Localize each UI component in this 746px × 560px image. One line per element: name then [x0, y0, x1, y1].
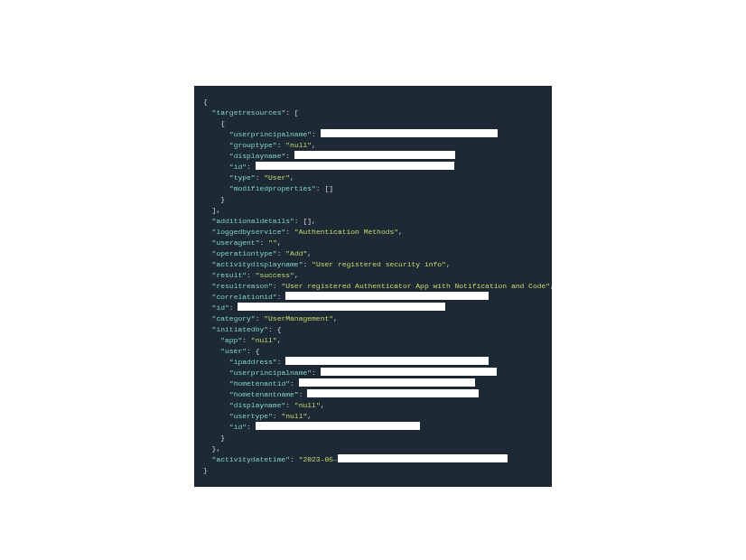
code-line: "ipaddress":	[203, 357, 543, 368]
code-line: {	[203, 97, 543, 107]
code-line: "userprincipalname":	[203, 368, 543, 378]
code-line: "id":	[203, 422, 543, 433]
code-line: "activitydisplayname": "User registered …	[203, 259, 543, 270]
code-line: {	[203, 118, 543, 129]
code-line: "correlationid":	[203, 292, 543, 303]
code-line: "useragent": "",	[203, 238, 543, 248]
code-line: },	[203, 443, 543, 454]
redacted-value	[294, 151, 455, 159]
redacted-value	[256, 422, 420, 430]
redacted-value	[321, 368, 497, 376]
code-line: "usertype": "null",	[203, 411, 543, 422]
code-line: "id":	[203, 162, 543, 173]
redacted-value	[285, 357, 489, 365]
code-line: "modifiedproperties": []	[203, 183, 543, 194]
redacted-value	[321, 129, 498, 137]
code-line: "category": "UserManagement",	[203, 313, 543, 324]
redacted-value	[238, 303, 445, 311]
code-line: "hometenantid":	[203, 378, 543, 389]
code-line: "app": "null",	[203, 335, 543, 346]
code-line: "targetresources": [	[203, 107, 543, 118]
redacted-value	[285, 292, 489, 300]
code-line: "type": "User",	[203, 173, 543, 183]
code-line: "hometenantname":	[203, 389, 543, 400]
code-line: "activitydatetime": "2023-05-	[203, 454, 543, 465]
json-code-block: { "targetresources": [ { "userprincipaln…	[194, 86, 552, 487]
code-line: }	[203, 433, 543, 443]
code-line: "userprincipalname":	[203, 129, 543, 140]
code-line: ],	[203, 205, 543, 216]
code-line: "id":	[203, 303, 543, 313]
code-line: "grouptype": "null",	[203, 140, 543, 151]
code-line: "resultreason": "User registered Authent…	[203, 281, 543, 292]
code-line: }	[203, 465, 543, 476]
code-line: "displayname":	[203, 151, 543, 162]
code-line: "displayname": "null",	[203, 400, 543, 411]
code-line: "result": "success",	[203, 270, 543, 281]
code-line: "user": {	[203, 346, 543, 357]
redacted-value	[299, 378, 475, 387]
code-line: "initiatedby": {	[203, 324, 543, 335]
redacted-value	[307, 389, 479, 397]
code-line: }	[203, 194, 543, 205]
code-line: "additionaldetails": [],	[203, 216, 543, 227]
code-line: "loggedbyservice": "Authentication Metho…	[203, 227, 543, 238]
code-line: "operationtype": "Add",	[203, 248, 543, 259]
redacted-value	[256, 162, 454, 170]
redacted-value	[338, 454, 508, 462]
